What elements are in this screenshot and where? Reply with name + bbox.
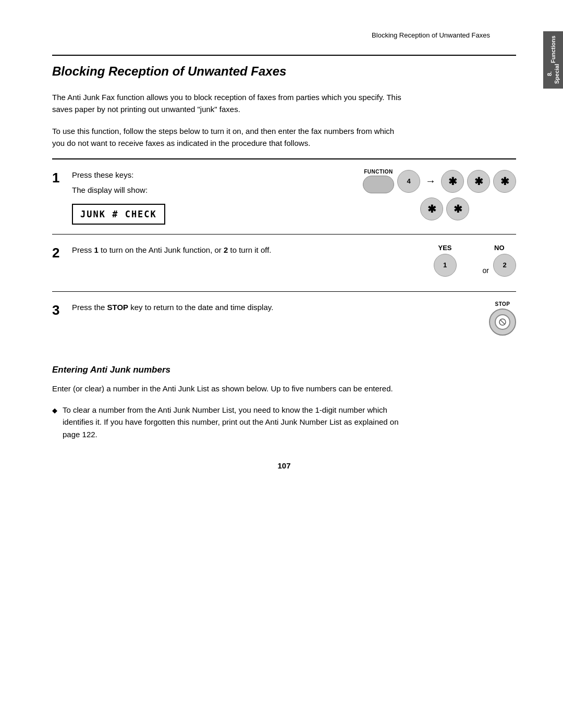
function-btn-wrapper: FUNCTION — [363, 169, 394, 193]
lcd-display: JUNK # CHECK — [72, 204, 165, 225]
btn-star-1[interactable]: ✱ — [441, 170, 464, 193]
step-1-icons: FUNCTION 4 → ✱ ✱ ✱ ✱ ✱ — [363, 169, 516, 220]
function-button[interactable] — [363, 176, 394, 193]
arrow-icon: → — [425, 175, 436, 187]
no-label: NO — [494, 244, 505, 252]
btn-4[interactable]: 4 — [397, 170, 420, 193]
step-2-row: 2 Press 1 to turn on the Anti Junk funct… — [52, 235, 516, 292]
btn-1-yes[interactable]: 1 — [434, 254, 457, 277]
step-3-row: 3 Press the STOP key to return to the da… — [52, 292, 516, 349]
yes-col: YES 1 — [434, 244, 457, 277]
or-text: or — [483, 266, 489, 275]
btn-star-4[interactable]: ✱ — [420, 198, 443, 220]
sub-section-heading: Entering Anti Junk numbers — [52, 365, 516, 375]
page-wrapper: 8. Special Functions Blocking Reception … — [0, 0, 563, 728]
step-1-top-icons: FUNCTION 4 → ✱ ✱ ✱ — [363, 169, 516, 193]
steps-container: 1 Press these keys: The display will sho… — [52, 158, 516, 349]
bullet-item-1: ◆ To clear a number from the Anti Junk N… — [52, 404, 407, 440]
step-1-row: 1 Press these keys: The display will sho… — [52, 159, 516, 235]
step-2-content: Press 1 to turn on the Anti Junk functio… — [72, 244, 411, 259]
stop-icon — [498, 318, 507, 326]
step-3-content: Press the STOP key to return to the date… — [72, 301, 447, 316]
stop-button[interactable] — [489, 309, 516, 336]
btn-star-5[interactable]: ✱ — [446, 198, 469, 220]
stop-col: STOP — [489, 301, 516, 336]
step-1-bottom-icons: ✱ ✱ — [420, 198, 516, 220]
step-1-content: Press these keys: The display will show:… — [72, 169, 350, 225]
btn-2-no[interactable]: 2 — [493, 254, 516, 277]
step-3-instruction: Press the STOP key to return to the date… — [72, 301, 447, 313]
step-3-number: 3 — [52, 301, 72, 318]
step-1-instruction-line1: Press these keys: — [72, 169, 350, 181]
bullet-diamond: ◆ — [52, 405, 57, 440]
svg-line-1 — [500, 320, 505, 324]
side-tab: 8. Special Functions — [543, 31, 563, 89]
sub-para: Enter (or clear) a number in the Anti Ju… — [52, 382, 407, 394]
step-3-icons: STOP — [489, 301, 516, 336]
step-1-number: 1 — [52, 169, 72, 186]
page-number: 107 — [52, 461, 516, 470]
stop-inner-circle — [495, 314, 510, 330]
bullet-list: ◆ To clear a number from the Anti Junk N… — [52, 404, 407, 440]
intro-para-2: To use this function, follow the steps b… — [52, 125, 407, 150]
page-header: Blocking Reception of Unwanted Faxes — [52, 31, 516, 39]
no-col: NO or 2 — [483, 244, 516, 277]
yes-no-row: YES 1 NO or 2 — [434, 244, 516, 277]
intro-para-1: The Anti Junk Fax function allows you to… — [52, 91, 407, 116]
btn-star-2[interactable]: ✱ — [467, 170, 490, 193]
step-2-number: 2 — [52, 244, 72, 261]
function-label: FUNCTION — [364, 169, 393, 175]
stop-label: STOP — [495, 301, 510, 307]
btn-star-3[interactable]: ✱ — [493, 170, 516, 193]
page-title: Blocking Reception of Unwanted Faxes — [52, 55, 516, 79]
step-2-icons: YES 1 NO or 2 — [423, 244, 516, 277]
yes-label: YES — [438, 244, 452, 252]
step-2-instruction: Press 1 to turn on the Anti Junk functio… — [72, 244, 411, 256]
step-1-instruction-line2: The display will show: — [72, 184, 350, 196]
